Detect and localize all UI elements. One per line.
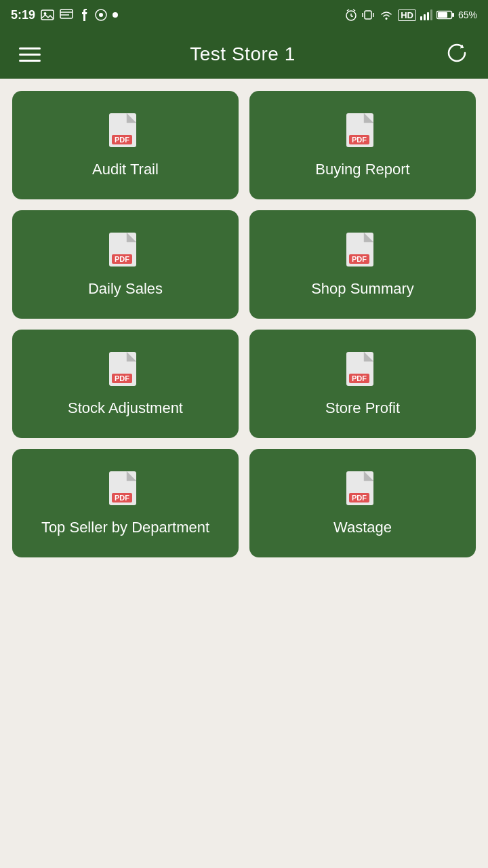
menu-line-1 — [19, 47, 41, 50]
pdf-icon: PDF — [345, 231, 380, 272]
menu-button[interactable] — [14, 42, 46, 67]
cards-grid: PDF Audit Trail PDF Buying Report — [0, 79, 488, 574]
card-buying-report[interactable]: PDF Buying Report — [249, 91, 476, 199]
status-left: 5:19 — [11, 8, 118, 22]
menu-line-2 — [19, 54, 41, 56]
svg-text:PDF: PDF — [352, 255, 367, 263]
card-label-shop-summary: Shop Summary — [304, 280, 421, 298]
image-icon — [41, 9, 54, 21]
card-daily-sales[interactable]: PDF Daily Sales — [12, 210, 239, 319]
svg-text:PDF: PDF — [115, 255, 129, 263]
card-wastage[interactable]: PDF Wastage — [249, 449, 476, 557]
svg-rect-13 — [365, 11, 371, 19]
pdf-icon: PDF — [108, 470, 143, 511]
card-label-wastage: Wastage — [327, 519, 399, 536]
hd-badge: HD — [398, 9, 416, 21]
svg-line-11 — [347, 9, 349, 11]
svg-text:PDF: PDF — [352, 374, 367, 382]
status-bar: 5:19 HD 65% — [0, 0, 488, 30]
svg-rect-18 — [424, 14, 426, 20]
card-audit-trail[interactable]: PDF Audit Trail — [12, 91, 239, 199]
message-icon — [60, 9, 73, 21]
svg-text:PDF: PDF — [115, 494, 129, 502]
vodafone-icon — [95, 9, 107, 21]
pdf-icon: PDF — [345, 351, 380, 391]
svg-rect-2 — [60, 9, 73, 18]
menu-line-3 — [19, 60, 41, 62]
vibrate-icon — [361, 9, 375, 21]
alarm-icon — [345, 9, 357, 21]
svg-rect-19 — [427, 12, 429, 20]
card-label-top-seller-by-department: Top Seller by Department — [35, 519, 216, 536]
wifi-icon — [379, 9, 394, 20]
status-time: 5:19 — [11, 8, 35, 22]
svg-text:PDF: PDF — [115, 374, 129, 382]
svg-text:PDF: PDF — [352, 136, 367, 144]
card-shop-summary[interactable]: PDF Shop Summary — [249, 210, 476, 319]
dot-icon — [113, 12, 118, 18]
svg-text:PDF: PDF — [115, 136, 129, 144]
pdf-icon: PDF — [345, 112, 380, 153]
svg-point-6 — [99, 13, 103, 17]
refresh-button[interactable] — [439, 35, 474, 74]
card-label-stock-adjustment: Stock Adjustment — [61, 399, 190, 417]
card-label-buying-report: Buying Report — [308, 161, 416, 178]
svg-line-12 — [353, 9, 355, 11]
pdf-icon: PDF — [108, 351, 143, 391]
svg-rect-23 — [452, 13, 454, 17]
signal-icon — [420, 9, 432, 20]
battery-icon — [436, 10, 454, 20]
pdf-icon: PDF — [345, 470, 380, 511]
card-top-seller-by-department[interactable]: PDF Top Seller by Department — [12, 449, 239, 557]
svg-rect-20 — [430, 9, 432, 20]
card-label-daily-sales: Daily Sales — [81, 280, 169, 298]
store-title: Test Store 1 — [190, 43, 295, 65]
svg-text:PDF: PDF — [352, 494, 367, 502]
svg-point-16 — [386, 18, 388, 20]
facebook-icon — [79, 9, 89, 21]
card-label-store-profit: Store Profit — [319, 399, 407, 417]
svg-rect-17 — [420, 16, 422, 20]
status-right: HD 65% — [345, 9, 477, 21]
svg-point-1 — [44, 12, 47, 15]
navbar: Test Store 1 — [0, 30, 488, 79]
svg-rect-22 — [438, 12, 447, 18]
battery-percentage: 65% — [458, 9, 477, 20]
pdf-icon: PDF — [108, 231, 143, 272]
svg-rect-0 — [41, 10, 54, 20]
card-store-profit[interactable]: PDF Store Profit — [249, 330, 476, 438]
card-stock-adjustment[interactable]: PDF Stock Adjustment — [12, 330, 239, 438]
card-label-audit-trail: Audit Trail — [85, 161, 165, 178]
svg-point-7 — [113, 12, 118, 18]
pdf-icon: PDF — [108, 112, 143, 153]
